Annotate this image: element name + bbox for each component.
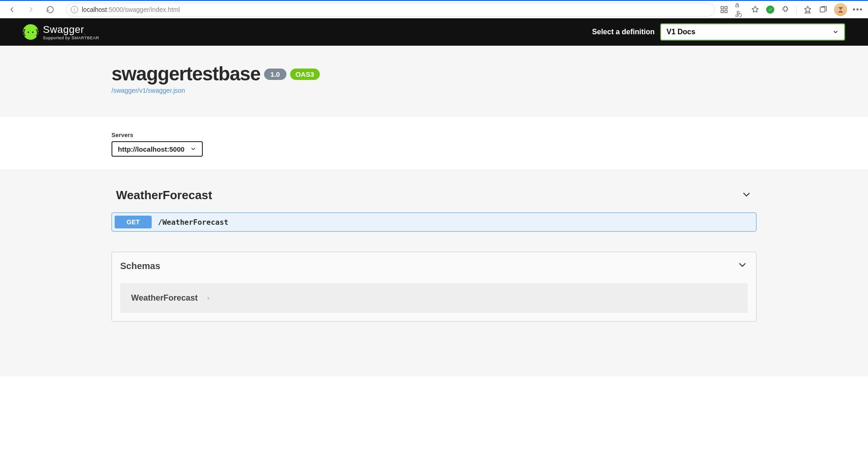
collections-icon[interactable] — [819, 5, 828, 14]
extensions-icon[interactable] — [781, 5, 790, 14]
version-badge: 1.0 — [264, 69, 286, 80]
svg-rect-1 — [725, 6, 727, 9]
chevron-down-icon — [190, 146, 196, 152]
swagger-logo-icon: {··} — [23, 24, 38, 40]
operation-row[interactable]: GET /WeatherForecast — [111, 212, 757, 232]
method-badge-get: GET — [115, 216, 152, 228]
api-title: swaggertestbase — [111, 63, 260, 85]
schemas-heading: Schemas — [120, 261, 160, 271]
server-select[interactable]: http://localhost:5000 — [111, 141, 203, 157]
schema-item[interactable]: WeatherForecast — [120, 283, 748, 313]
svg-rect-2 — [721, 11, 723, 13]
logo-label: Swagger — [43, 24, 84, 35]
tag-name: WeatherForecast — [116, 188, 212, 202]
profile-avatar[interactable] — [834, 3, 847, 16]
schema-name: WeatherForecast — [131, 293, 198, 303]
status-ok-icon[interactable] — [766, 5, 774, 14]
operations-area: WeatherForecast GET /WeatherForecast Sch… — [0, 170, 868, 376]
chevron-down-icon — [737, 259, 748, 272]
oas-badge: OAS3 — [290, 69, 320, 80]
translate-icon[interactable]: aあ — [735, 5, 744, 14]
site-info-icon[interactable]: i — [71, 6, 78, 13]
url-host: localhost — [82, 6, 107, 13]
address-bar[interactable]: i localhost:5000/swagger/index.html — [66, 3, 715, 16]
url-path: :5000/swagger/index.html — [107, 6, 180, 13]
chevron-down-icon — [832, 29, 839, 35]
reload-button[interactable] — [43, 2, 58, 17]
divider — [796, 5, 797, 14]
back-button[interactable] — [5, 2, 19, 17]
chevron-right-icon — [206, 294, 211, 302]
swagger-logo: {··} Swagger. Supported by SMARTBEAR — [23, 24, 99, 40]
svg-rect-0 — [721, 6, 723, 9]
schemas-section: Schemas WeatherForecast — [111, 252, 757, 322]
tag-header[interactable]: WeatherForecast — [111, 185, 757, 205]
definition-selected: V1 Docs — [667, 28, 695, 36]
favorites-icon[interactable] — [803, 5, 812, 14]
more-menu-icon[interactable]: ••• — [853, 5, 863, 14]
servers-section: Servers http://localhost:5000 — [0, 117, 868, 170]
api-header: swaggertestbase 1.0 OAS3 /swagger/v1/swa… — [0, 46, 868, 117]
toolbar-right-group: aあ ••• — [720, 3, 863, 16]
qr-icon[interactable] — [720, 5, 729, 14]
svg-rect-4 — [820, 7, 825, 12]
definition-select[interactable]: V1 Docs — [660, 23, 845, 41]
definition-label: Select a definition — [592, 28, 655, 36]
bookmark-add-icon[interactable] — [751, 5, 760, 14]
svg-rect-3 — [725, 11, 727, 13]
chevron-down-icon — [741, 189, 752, 202]
logo-sublabel: Supported by SMARTBEAR — [43, 36, 99, 40]
swagger-topbar: {··} Swagger. Supported by SMARTBEAR Sel… — [0, 18, 868, 46]
browser-toolbar: i localhost:5000/swagger/index.html aあ •… — [0, 0, 868, 18]
schemas-header[interactable]: Schemas — [112, 252, 756, 280]
operation-path: /WeatherForecast — [158, 218, 228, 227]
server-selected: http://localhost:5000 — [118, 145, 185, 153]
forward-button[interactable] — [24, 2, 38, 17]
servers-label: Servers — [111, 132, 757, 138]
spec-url-link[interactable]: /swagger/v1/swagger.json — [111, 87, 757, 94]
